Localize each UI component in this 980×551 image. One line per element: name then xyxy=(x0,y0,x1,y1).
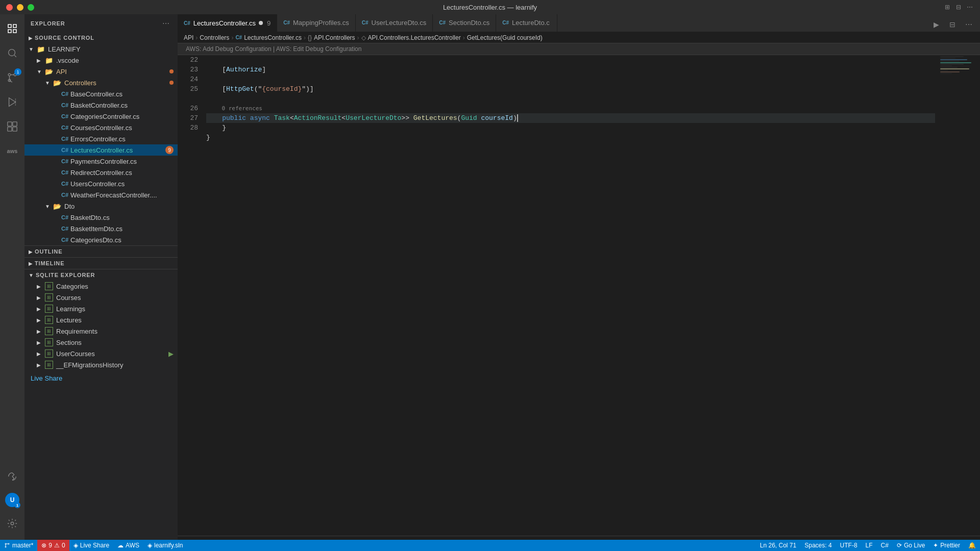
timeline-header[interactable]: ▶ TIMELINE xyxy=(24,258,178,269)
tree-item-weathercontroller[interactable]: C# WeatherForecastController.... xyxy=(24,189,178,201)
status-notifications[interactable]: 🔔 xyxy=(964,540,980,551)
explorer-activity-icon[interactable] xyxy=(0,16,24,41)
basketitemdto-label: BasketItemDto.cs xyxy=(70,225,122,233)
tree-item-errorscontroller[interactable]: C# ErrorsController.cs xyxy=(24,133,178,144)
breadcrumb-api[interactable]: API xyxy=(184,34,193,41)
cs-icon-errors: C# xyxy=(61,136,68,142)
scrollbar-horizontal[interactable] xyxy=(178,536,980,540)
breadcrumb-getlectures[interactable]: GetLectures(Guid courseId) xyxy=(467,34,543,41)
code-content[interactable]: [Authorize] [HttpGet("{courseId}")] 0 re… xyxy=(202,55,939,536)
source-control-activity-icon[interactable]: 1 xyxy=(0,65,24,90)
layout-icon[interactable]: ⊞ xyxy=(943,3,951,11)
redirectcontroller-label: RedirectController.cs xyxy=(70,169,132,177)
db-icon-courses: ⊞ xyxy=(45,293,53,302)
source-control-label: SOURCE CONTROL xyxy=(35,35,94,41)
status-errors[interactable]: ⊗ 9 ⚠ 0 xyxy=(37,540,69,551)
sqlite-item-sections[interactable]: ▶ ⊞ Sections xyxy=(24,337,178,348)
tree-item-api[interactable]: ▼ 📂 API xyxy=(24,66,178,77)
sqlite-item-efmigrations[interactable]: ▶ ⊞ __EFMigrationsHistory xyxy=(24,359,178,370)
tree-item-userscontroller[interactable]: C# UsersController.cs xyxy=(24,178,178,189)
close-button[interactable] xyxy=(6,4,13,11)
learnify-label: LEARNIFY xyxy=(48,45,81,53)
tree-item-basketcontroller[interactable]: C# BasketController.cs xyxy=(24,99,178,111)
aws-activity-icon[interactable]: aws xyxy=(0,139,24,163)
extensions-activity-icon[interactable] xyxy=(0,114,24,139)
status-encoding[interactable]: UTF-8 xyxy=(836,540,862,551)
live-share-activity-icon[interactable] xyxy=(0,464,24,489)
cs-icon-payments: C# xyxy=(61,158,68,164)
sqlite-item-lectures[interactable]: ▶ ⊞ Lectures xyxy=(24,314,178,325)
sqlite-efmigrations-label: __EFMigrationsHistory xyxy=(56,361,124,369)
cs-icon-categories: C# xyxy=(61,113,68,119)
split-icon[interactable]: ⊟ xyxy=(954,3,963,11)
sqlite-item-usercourses[interactable]: ▶ ⊞ UserCourses ▶ xyxy=(24,348,178,359)
search-activity-icon[interactable] xyxy=(0,41,24,65)
go-live-icon: ⟳ xyxy=(897,542,902,549)
tree-item-controllers[interactable]: ▼ 📂 Controllers xyxy=(24,77,178,88)
tree-item-vscode[interactable]: ▶ 📁 .vscode xyxy=(24,55,178,66)
sqlite-item-requirements[interactable]: ▶ ⊞ Requirements xyxy=(24,325,178,337)
status-line-ending[interactable]: LF xyxy=(862,540,877,551)
status-cursor-position[interactable]: Ln 26, Col 71 xyxy=(756,540,800,551)
sqlite-item-learnings[interactable]: ▶ ⊞ Learnings xyxy=(24,303,178,314)
tab-sectiondto[interactable]: C# SectionDto.cs xyxy=(433,14,496,32)
tree-item-categoriescontroller[interactable]: C# CategoriesController.cs xyxy=(24,111,178,122)
more-tabs-button[interactable]: ⋯ xyxy=(962,17,976,32)
tab-mappingprofiles[interactable]: C# MappingProfiles.cs xyxy=(277,14,356,32)
code-line-25 xyxy=(206,94,935,104)
tree-item-basketdto[interactable]: C# BasketDto.cs xyxy=(24,212,178,223)
lecturescontroller-label: LecturesController.cs xyxy=(70,146,133,154)
outline-chevron: ▶ xyxy=(29,249,33,255)
maximize-button[interactable] xyxy=(28,4,34,11)
tree-item-redirectcontroller[interactable]: C# RedirectController.cs xyxy=(24,167,178,178)
status-language[interactable]: C# xyxy=(877,540,893,551)
status-liveshare[interactable]: ◈ Live Share xyxy=(69,540,113,551)
source-control-header[interactable]: ▶ SOURCE CONTROL xyxy=(24,32,178,43)
tree-item-paymentscontroller[interactable]: C# PaymentsController.cs xyxy=(24,156,178,167)
run-activity-icon[interactable] xyxy=(0,90,24,114)
minimize-button[interactable] xyxy=(17,4,23,11)
user-avatar[interactable]: U 1 xyxy=(5,493,19,507)
sqlite-item-courses[interactable]: ▶ ⊞ Courses xyxy=(24,292,178,303)
status-aws[interactable]: ☁ AWS xyxy=(113,540,143,551)
outline-header[interactable]: ▶ OUTLINE xyxy=(24,246,178,257)
tree-item-coursescontroller[interactable]: C# CoursesController.cs xyxy=(24,122,178,133)
status-indentation[interactable]: Spaces: 4 xyxy=(800,540,836,551)
sqlite-item-categories[interactable]: ▶ ⊞ Categories xyxy=(24,281,178,292)
code-line-26: public async Task<ActionResult<UserLectu… xyxy=(206,113,935,123)
status-bar: master* ⊗ 9 ⚠ 0 ◈ Live Share ☁ AWS ◈ lea… xyxy=(0,540,980,551)
tree-item-categoriesdto[interactable]: C# CategoriesDto.cs xyxy=(24,234,178,245)
tree-item-basketitemdto[interactable]: C# BasketItemDto.cs xyxy=(24,223,178,234)
breadcrumb-lecturescontroller-class[interactable]: API.Controllers.LecturesController xyxy=(368,34,461,41)
tab-lecturescontroller[interactable]: C# LecturesController.cs 9 xyxy=(178,14,277,32)
tree-item-lecturescontroller[interactable]: C# LecturesController.cs 9 xyxy=(24,144,178,156)
tree-item-basecontroller[interactable]: C# BaseController.cs xyxy=(24,88,178,99)
tab-lecturedto[interactable]: C# LectureDto.c xyxy=(496,14,557,32)
breadcrumb-lecturescontroller[interactable]: LecturesController.cs xyxy=(244,34,302,41)
split-editor-button[interactable]: ⊟ xyxy=(945,17,960,32)
cs-icon-categoriesdto: C# xyxy=(61,237,68,243)
db-icon-efmigrations: ⊞ xyxy=(45,361,53,369)
tree-root-learnify[interactable]: ▼ 📁 LEARNIFY xyxy=(24,43,178,55)
controllers-arrow: ▼ xyxy=(45,80,53,86)
more-icon[interactable]: ⋯ xyxy=(966,3,974,11)
live-share-item[interactable]: Live Share xyxy=(24,370,178,386)
usercourses-play-icon[interactable]: ▶ xyxy=(168,350,174,358)
sqlite-header[interactable]: ▼ SQLITE EXPLORER xyxy=(24,269,178,281)
status-branch[interactable]: master* xyxy=(0,540,37,551)
run-code-button[interactable]: ▶ xyxy=(929,17,943,32)
aws-bar-text[interactable]: AWS: Add Debug Configuration | AWS: Edit… xyxy=(186,45,361,53)
tree-item-dto[interactable]: ▼ 📂 Dto xyxy=(24,201,178,212)
settings-activity-icon[interactable] xyxy=(0,511,24,536)
tab-cs-icon-userlecture: C# xyxy=(362,20,369,26)
tab-userlecturedto[interactable]: C# UserLectureDto.cs xyxy=(356,14,433,32)
sidebar-content: ▶ SOURCE CONTROL ▼ 📁 LEARNIFY ▶ 📁 .vscod… xyxy=(24,32,178,540)
status-go-live[interactable]: ⟳ Go Live xyxy=(893,540,929,551)
breadcrumb-apicontrollers[interactable]: API.Controllers xyxy=(314,34,355,41)
categoriesdto-label: CategoriesDto.cs xyxy=(70,236,121,244)
status-solution[interactable]: ◈ learnify.sln xyxy=(143,540,187,551)
new-file-button[interactable]: ⋯ xyxy=(160,18,172,29)
status-prettier[interactable]: ✦ Prettier xyxy=(929,540,964,551)
source-control-chevron: ▶ xyxy=(29,35,33,41)
breadcrumb-controllers[interactable]: Controllers xyxy=(200,34,229,41)
